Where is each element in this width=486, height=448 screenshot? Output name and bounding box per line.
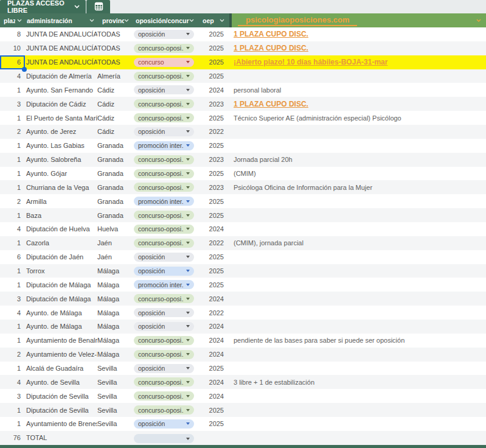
tipo-dropdown[interactable]: concurso-oposi... <box>134 155 194 164</box>
tipo-dropdown[interactable]: oposición <box>134 85 194 94</box>
table-row: 1 Cazorla Jaén concurso-oposi... 2022 (C… <box>0 236 486 250</box>
chevron-down-icon <box>186 298 190 300</box>
tipo-dropdown-label: oposición <box>138 323 165 330</box>
tipo-dropdown[interactable]: concurso-oposi... <box>134 99 194 108</box>
tipo-dropdown[interactable]: oposición <box>134 253 194 262</box>
table-row: 4 Ayunto. de Málaga Málaga oposición 202… <box>0 306 486 320</box>
tipo-dropdown[interactable]: concurso-oposi... <box>134 350 194 359</box>
tipo-dropdown[interactable]: oposición <box>134 308 194 317</box>
table-row: 4 Ayunto. de Sevilla Sevilla concurso-op… <box>0 375 486 389</box>
oep-cell: 2024 <box>197 337 229 344</box>
provincia-cell: Granada <box>97 170 131 177</box>
filter-chevron-icon[interactable] <box>189 19 194 22</box>
chevron-down-icon <box>186 214 190 217</box>
tipo-cell: promoción inter... <box>131 280 197 289</box>
nota-link[interactable]: 1 PLAZA CUPO DISC. <box>229 44 486 52</box>
filter-chevron-icon[interactable] <box>89 19 94 22</box>
tipo-dropdown[interactable]: oposición <box>134 322 194 331</box>
table-row: 1 Diputación de Málaga Málaga promoción … <box>0 278 486 292</box>
nota-link[interactable]: 1 PLAZA CUPO DISC. <box>229 30 486 38</box>
sheet-tab-grid[interactable] <box>86 0 110 13</box>
header-provincia[interactable]: provincia <box>97 13 131 27</box>
provincia-cell: Málaga <box>97 281 131 289</box>
oep-cell: 2025 <box>197 267 229 275</box>
tipo-dropdown[interactable]: promoción inter... <box>134 280 194 289</box>
tipo-dropdown-label: oposición <box>138 420 165 427</box>
tipo-dropdown[interactable]: concurso-oposi... <box>134 183 194 192</box>
administracion-cell: Ayunto. San Fernando <box>24 86 97 94</box>
table-row: 3 Diputación de Cádiz Cádiz concurso-opo… <box>0 97 486 111</box>
filter-chevron-icon[interactable] <box>124 19 129 22</box>
tipo-dropdown[interactable]: concurso-oposi... <box>134 72 194 81</box>
tipo-dropdown[interactable]: concurso-oposi... <box>134 405 194 415</box>
tipo-dropdown[interactable]: promoción inter... <box>134 141 194 150</box>
tipo-dropdown[interactable]: concurso-oposi... <box>134 294 194 303</box>
tipo-dropdown[interactable]: oposición <box>134 127 194 136</box>
header-plazas[interactable]: plazas <box>0 13 24 27</box>
administracion-cell: Diputación de Almería <box>24 72 97 80</box>
filter-chevron-icon[interactable] <box>17 19 22 22</box>
administracion-cell: TOTAL <box>24 434 97 441</box>
sheet-tab-label: PLAZAS ACCESO LIBRE <box>7 0 71 14</box>
oep-cell: 2025 <box>197 407 229 414</box>
tipo-cell: concurso-oposi... <box>131 183 197 192</box>
tipo-cell: concurso-oposi... <box>131 211 197 220</box>
provincia-cell: Granada <box>97 184 131 191</box>
administracion-cell: Armilla <box>24 198 97 205</box>
tipo-dropdown[interactable]: oposición <box>134 30 194 39</box>
tipo-dropdown[interactable] <box>134 434 194 443</box>
table-row: 6 Diputación de Jaén Jaén oposición 2025 <box>0 250 486 264</box>
tipo-dropdown[interactable]: concurso-oposi... <box>134 239 194 248</box>
nota-link[interactable]: ¡Abierto plazo! 10 días hábiles-BOJA-31-… <box>229 58 486 66</box>
tipo-dropdown[interactable]: promoción inter... <box>134 197 194 206</box>
administracion-cell: Ayuntamiento de Velez-Málaga <box>24 351 97 358</box>
tipo-cell: promoción inter... <box>131 141 197 150</box>
table-row: 1 Ayunto. Salobreña Granada concurso-opo… <box>0 153 486 167</box>
table-row: 1 Ayuntamiento de Brenes Sevilla oposici… <box>0 417 486 431</box>
plazas-count: 6 <box>0 58 24 66</box>
provincia-cell: Granada <box>97 198 131 205</box>
chevron-down-icon[interactable] <box>74 5 80 9</box>
header-administracion[interactable]: administración <box>24 13 97 27</box>
header-oep[interactable]: oep <box>197 13 229 27</box>
chevron-down-icon <box>186 103 190 105</box>
psicologiaoposiciones-link[interactable]: psicologiaoposiciones.com <box>238 15 357 26</box>
table-row: 4 Diputación de Almería Almería concurso… <box>0 69 486 83</box>
header-link-cell: psicologiaoposiciones.com <box>229 13 486 27</box>
tipo-dropdown-label: concurso-oposi... <box>138 379 184 386</box>
tipo-dropdown[interactable]: oposición <box>134 419 194 429</box>
tipo-dropdown[interactable]: concurso-oposi... <box>134 391 194 401</box>
plazas-count: 4 <box>0 309 24 317</box>
tipo-cell: concurso-oposi... <box>131 44 197 53</box>
tipo-dropdown[interactable]: oposición <box>134 364 194 373</box>
tipo-dropdown-label: concurso <box>138 58 164 66</box>
tipo-dropdown[interactable]: concurso-oposi... <box>134 377 194 387</box>
tipo-dropdown-label: promoción inter... <box>138 198 184 205</box>
tipo-dropdown[interactable]: concurso-oposi... <box>134 169 194 178</box>
table-row: 1 Ayunto. Gójar Granada concurso-oposi..… <box>0 167 486 181</box>
nota-link[interactable]: 1 PLAZA CUPO DISC. <box>229 100 486 108</box>
filter-chevron-icon[interactable] <box>220 19 224 22</box>
tipo-dropdown[interactable]: concurso-oposi... <box>134 44 194 53</box>
plazas-count: 76 <box>0 434 24 441</box>
tipo-cell: oposición <box>131 364 197 373</box>
tipo-cell: oposición <box>131 322 197 331</box>
plazas-count: 1 <box>0 239 24 247</box>
plazas-count: 1 <box>0 170 24 177</box>
header-oposicion-concurso[interactable]: oposición/concurso <box>131 13 197 27</box>
tipo-dropdown[interactable]: concurso-oposi... <box>134 225 194 234</box>
tipo-dropdown-label: promoción inter... <box>138 281 184 289</box>
chevron-down-icon <box>186 339 190 341</box>
oep-cell: 2025 <box>197 30 229 38</box>
filter-chevron-icon[interactable] <box>476 19 481 22</box>
provincia-cell: Málaga <box>97 323 131 330</box>
tipo-dropdown[interactable]: concurso-oposi... <box>134 211 194 220</box>
tipo-dropdown-label: concurso-oposi... <box>138 337 184 344</box>
tipo-dropdown[interactable]: oposición <box>134 267 194 276</box>
sheet-tab-plazas-acceso-libre[interactable]: PLAZAS ACCESO LIBRE <box>0 0 86 13</box>
tipo-dropdown-label: concurso-oposi... <box>138 100 184 108</box>
tipo-dropdown[interactable]: concurso-oposi... <box>134 113 194 122</box>
tipo-dropdown[interactable]: concurso <box>134 58 194 67</box>
sheet-tab-bar: PLAZAS ACCESO LIBRE <box>0 0 486 13</box>
tipo-dropdown[interactable]: concurso-oposi... <box>134 336 194 345</box>
